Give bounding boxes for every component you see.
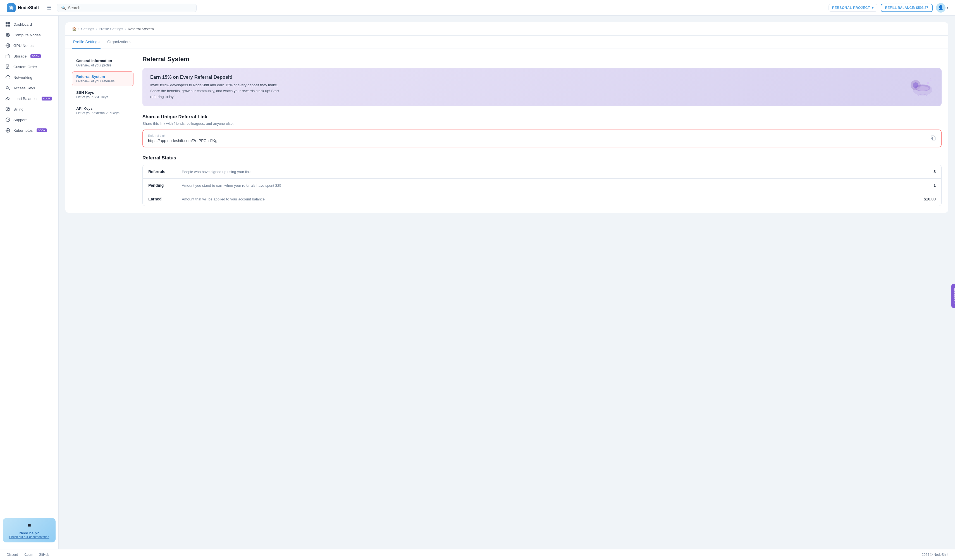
feedback-tab[interactable]: Feedback (951, 284, 955, 308)
share-link-section: Share a Unique Referral Link Share this … (142, 114, 942, 147)
key-icon (5, 85, 11, 91)
breadcrumb-current: Referral System (128, 27, 153, 31)
svg-rect-4 (8, 25, 10, 27)
topbar-right: PERSONAL PROJECT ▾ REFILL BALANCE: $593.… (828, 3, 948, 13)
status-desc-pending: Amount you stand to earn when your refer… (182, 183, 919, 188)
tab-profile-settings[interactable]: Profile Settings (72, 36, 100, 48)
status-value-referrals: 3 (919, 169, 936, 174)
svg-rect-6 (7, 34, 9, 36)
sidebar-label-dashboard: Dashboard (13, 22, 32, 27)
svg-point-27 (9, 99, 10, 100)
svg-point-23 (6, 86, 8, 89)
balance-icon (5, 96, 11, 101)
sidebar: Dashboard Compute Nodes GPU Nodes Storag… (0, 16, 59, 549)
user-avatar-button[interactable]: 👤 ▾ (936, 3, 948, 13)
footer-discord[interactable]: Discord (7, 553, 18, 557)
nav-referral[interactable]: Referral System Overview of your referra… (72, 72, 133, 86)
nav-general-sub: Overview of your profile (76, 63, 129, 67)
support-icon (5, 117, 11, 122)
copy-link-button[interactable] (930, 135, 936, 142)
sidebar-item-billing[interactable]: Billing (0, 104, 58, 114)
sidebar-item-custom-order[interactable]: Custom Order (0, 61, 58, 72)
sidebar-label-compute-nodes: Compute Nodes (13, 33, 41, 37)
kubernetes-icon (5, 128, 11, 133)
breadcrumb-settings[interactable]: Settings (81, 27, 94, 31)
nav-api-sub: List of your external API keys (76, 111, 129, 115)
svg-point-45 (927, 82, 929, 84)
referral-link-value: https://app.nodeshift.com/?r=PFGcdJKg (148, 138, 218, 143)
project-selector[interactable]: PERSONAL PROJECT ▾ (828, 4, 877, 12)
nav-api-title: API Keys (76, 106, 129, 111)
nav-api[interactable]: API Keys List of your external API keys (72, 103, 133, 118)
sidebar-item-load-balancer[interactable]: Load Balancer SOON (0, 93, 58, 104)
status-desc-referrals: People who have signed up using your lin… (182, 170, 919, 174)
sidebar-item-dashboard[interactable]: Dashboard (0, 19, 58, 30)
promo-title: Earn 15% on Every Referral Deposit! (150, 75, 284, 80)
footer-xcom[interactable]: X.com (24, 553, 33, 557)
settings-main: Referral System Earn 15% on Every Referr… (142, 56, 942, 206)
grid-icon (5, 22, 11, 27)
kubernetes-soon-badge: SOON (37, 128, 47, 132)
content-area: 🏠 › Settings › Profile Settings › Referr… (59, 16, 955, 549)
settings-body: General Information Overview of your pro… (65, 49, 948, 213)
topbar: NodeShift ☰ 🔍 PERSONAL PROJECT ▾ REFILL … (0, 0, 955, 16)
share-desc: Share this link with friends, colleagues… (142, 122, 942, 126)
home-icon[interactable]: 🏠 (72, 27, 77, 31)
svg-rect-18 (6, 55, 10, 58)
tabs: Profile Settings Organizations (65, 36, 948, 49)
search-icon: 🔍 (61, 6, 66, 10)
search-input[interactable] (68, 6, 193, 10)
nav-ssh[interactable]: SSH Keys List of your SSH keys (72, 88, 133, 102)
tab-organizations[interactable]: Organizations (106, 36, 132, 48)
sidebar-label-access-keys: Access Keys (13, 86, 35, 90)
sidebar-label-kubernetes: Kubernetes (13, 128, 33, 133)
sidebar-item-storage[interactable]: Storage SOON (0, 51, 58, 61)
sidebar-label-support: Support (13, 118, 27, 122)
promo-text: Earn 15% on Every Referral Deposit! Invi… (150, 75, 284, 100)
svg-rect-3 (6, 25, 8, 27)
help-subtitle[interactable]: Check out our documentation (7, 535, 52, 538)
referral-link-label: Referral Link (148, 134, 218, 138)
refill-label: REFILL BALANCE: $593.37 (885, 6, 928, 10)
status-label-pending: Pending (148, 183, 182, 188)
breadcrumb-profile-settings[interactable]: Profile Settings (99, 27, 123, 31)
search-bar: 🔍 (57, 4, 197, 12)
sidebar-item-networking[interactable]: Networking (0, 72, 58, 83)
cloud-icon (5, 75, 11, 80)
sidebar-item-access-keys[interactable]: Access Keys (0, 83, 58, 93)
nav-general-title: General Information (76, 59, 129, 63)
load-balancer-soon-badge: SOON (42, 97, 52, 100)
logo[interactable]: NodeShift (7, 3, 39, 12)
sidebar-item-kubernetes[interactable]: Kubernetes SOON (0, 125, 58, 136)
feedback-label: Feedback (953, 288, 955, 303)
status-label-referrals: Referrals (148, 169, 182, 174)
svg-point-32 (6, 107, 10, 111)
nav-ssh-title: SSH Keys (76, 91, 129, 95)
status-row-referrals: Referrals People who have signed up usin… (143, 165, 941, 179)
nav-referral-sub: Overview of your referrals (76, 79, 129, 83)
svg-text:+: + (930, 78, 931, 80)
svg-point-33 (6, 118, 10, 122)
svg-rect-1 (6, 22, 8, 24)
footer-github[interactable]: GitHub (39, 553, 49, 557)
refill-button[interactable]: REFILL BALANCE: $593.37 (881, 4, 933, 12)
sidebar-label-load-balancer: Load Balancer (13, 97, 38, 101)
status-table: Referrals People who have signed up usin… (142, 165, 942, 206)
sidebar-label-storage: Storage (13, 54, 27, 58)
help-card[interactable]: ≡ Need help? Check out our documentation (3, 518, 56, 543)
sidebar-item-gpu-nodes[interactable]: GPU Nodes (0, 40, 58, 51)
status-value-pending: 1 (919, 183, 936, 188)
footer-copyright: 2024 © NodeShift (922, 553, 948, 557)
svg-rect-2 (8, 22, 10, 24)
app-name: NodeShift (18, 5, 39, 10)
nav-general[interactable]: General Information Overview of your pro… (72, 56, 133, 70)
settings-nav: General Information Overview of your pro… (72, 56, 133, 206)
sidebar-item-compute-nodes[interactable]: Compute Nodes (0, 30, 58, 40)
promo-description: Invite fellow developers to NodeShift an… (150, 82, 284, 100)
menu-button[interactable]: ☰ (46, 4, 53, 12)
footer-links: Discord X.com GitHub (7, 553, 49, 557)
referral-link-box: Referral Link https://app.nodeshift.com/… (142, 130, 942, 147)
sidebar-label-billing: Billing (13, 107, 23, 111)
help-title: Need help? (7, 531, 52, 535)
sidebar-item-support[interactable]: Support (0, 114, 58, 125)
